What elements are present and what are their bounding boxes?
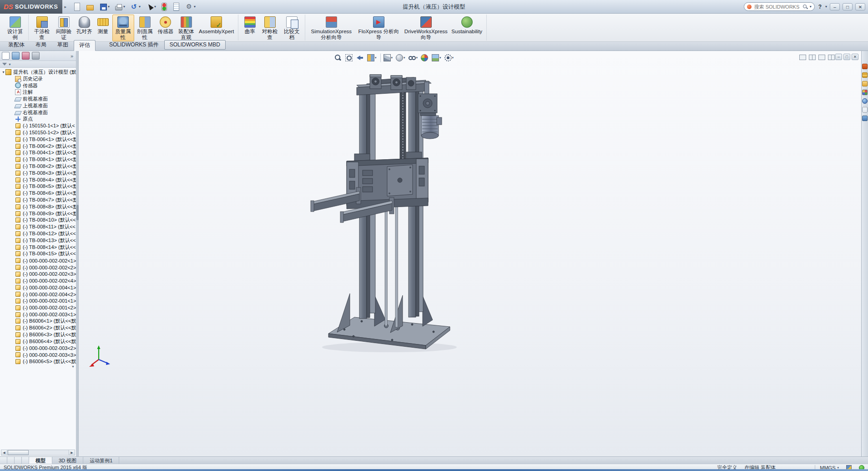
ribbon-button[interactable]: 传感器 — [156, 15, 176, 35]
dropdown-caret-icon[interactable]: ▾ — [439, 56, 441, 60]
quick-access-button[interactable]: ▾ — [114, 2, 126, 11]
manager-tab-icon[interactable] — [32, 52, 40, 60]
commandmanager-tab[interactable]: 评估 — [74, 40, 96, 51]
tree-item[interactable]: (-) TB-008<11> (默认<< — [0, 223, 76, 230]
ribbon-button[interactable]: 剖面属性 — [134, 15, 156, 41]
search-input[interactable] — [753, 4, 801, 10]
menu-expand-arrow-icon[interactable]: ▸ — [64, 5, 66, 9]
ribbon-button[interactable]: Sustainability — [449, 15, 484, 35]
quick-tips-icon[interactable] — [859, 465, 864, 471]
dropdown-caret-icon[interactable]: ▾ — [108, 5, 110, 9]
task-pane-icon[interactable] — [862, 64, 868, 69]
scroll-left-icon[interactable]: ◀ — [1, 450, 7, 455]
commandmanager-tab[interactable]: 装配体 — [3, 40, 30, 51]
tree-item[interactable]: (-) TB-006<1> (默认<<默 — [0, 136, 76, 143]
ribbon-button[interactable]: 孔对齐 — [75, 15, 94, 35]
view-tool-button[interactable]: ▾ — [395, 53, 406, 62]
unit-caret-icon[interactable]: ▾ — [837, 466, 839, 470]
task-pane-icon[interactable] — [862, 81, 868, 86]
help-button[interactable]: ? — [818, 4, 823, 10]
tree-item[interactable]: (-) TB-008<12> (默认<< — [0, 230, 76, 237]
quick-access-button[interactable]: ▾ — [99, 2, 111, 11]
ribbon-button[interactable]: SimulationXpress 分析向导 — [308, 15, 355, 41]
viewport-split-button[interactable] — [799, 55, 806, 60]
tree-item[interactable]: 传感器 — [0, 82, 76, 89]
tree-item[interactable]: (-) 150150-1<2> (默认< — [0, 129, 76, 136]
tree-item[interactable]: 右视基准面 — [0, 109, 76, 116]
tree-item[interactable]: 历史记录 — [0, 76, 76, 82]
quick-access-button[interactable]: ▾ — [129, 2, 142, 12]
ribbon-button[interactable]: 比较文档 — [281, 15, 303, 41]
manager-tab-icon[interactable] — [12, 52, 20, 60]
task-pane-icon[interactable] — [862, 116, 868, 121]
manager-overflow-chevron-icon[interactable]: » — [71, 53, 74, 59]
ribbon-button[interactable]: 质量属性 — [112, 15, 134, 41]
help-search-box[interactable]: ▾ — [744, 2, 815, 11]
tab-nav-arrow-icon[interactable] — [0, 457, 7, 464]
dropdown-caret-icon[interactable]: ▾ — [154, 5, 156, 9]
commandmanager-tab[interactable]: 布局 — [30, 40, 52, 51]
tree-item[interactable]: (-) TB-008<9> (默认<<默 — [0, 210, 76, 217]
quick-access-button[interactable] — [172, 1, 182, 12]
filter-caret-icon[interactable]: ▼ — [8, 63, 11, 66]
tree-item[interactable]: 前视基准面 — [0, 96, 76, 102]
tree-item[interactable]: (-) 000-000-002-003<2> — [0, 345, 76, 352]
tree-item[interactable]: (-) 000-000-002-001<1> — [0, 298, 76, 304]
dropdown-caret-icon[interactable]: ▾ — [123, 5, 125, 9]
scroll-right-icon[interactable]: ▶ — [69, 450, 75, 455]
quick-access-button[interactable] — [73, 1, 82, 12]
scrollbar-thumb[interactable] — [8, 450, 29, 455]
tab-nav-arrow-icon[interactable] — [15, 457, 22, 464]
dropdown-caret-icon[interactable]: ▾ — [452, 56, 454, 60]
ribbon-button[interactable]: 曲率 — [241, 15, 259, 35]
tree-item[interactable]: (-) TB-008<7> (默认<<默 — [0, 197, 76, 203]
dropdown-caret-icon[interactable]: ▾ — [416, 56, 418, 60]
tree-item[interactable]: (-) 000-000-002-004<1> — [0, 284, 76, 291]
view-tool-button[interactable]: ▾ — [431, 53, 442, 62]
document-restore-button[interactable]: □ — [843, 54, 850, 60]
tree-item[interactable]: (-) 000-000-002-002<1> — [0, 257, 76, 264]
document-close-button[interactable]: ✕ — [852, 54, 858, 60]
task-pane-icon[interactable] — [862, 98, 868, 104]
viewport-split-button[interactable] — [818, 55, 825, 60]
viewport-split-button[interactable] — [809, 55, 816, 60]
tree-item[interactable]: (-) TB-008<1> (默认<<默 — [0, 156, 76, 163]
minimize-button[interactable]: – — [830, 3, 840, 10]
search-icon[interactable] — [802, 4, 808, 10]
tree-item[interactable]: (-) 000-000-002-003<3> — [0, 351, 76, 358]
task-pane-icon[interactable] — [862, 107, 868, 112]
dropdown-caret-icon[interactable]: ▾ — [391, 56, 393, 60]
unit-system-selector[interactable]: MMGS ▾ — [815, 465, 839, 471]
tree-expander-icon[interactable]: ▾ — [1, 70, 5, 74]
tab-nav-arrow-icon[interactable] — [7, 457, 15, 464]
commandmanager-tab[interactable]: 草图 — [52, 40, 74, 51]
tree-item[interactable]: (-) TB-008<2> (默认<<默 — [0, 163, 76, 170]
help-dropdown-caret-icon[interactable]: ▾ — [825, 5, 827, 9]
document-tab[interactable]: 模型 — [29, 457, 52, 464]
dropdown-caret-icon[interactable]: ▾ — [375, 56, 377, 60]
tree-item[interactable]: (-) B6006<2> (默认<<默 — [0, 324, 76, 331]
view-tool-button[interactable]: ▾ — [444, 53, 455, 62]
close-button[interactable]: ✕ — [855, 3, 865, 10]
tree-item[interactable]: (-) TB-008<14> (默认<< — [0, 244, 76, 251]
quick-access-button[interactable] — [85, 2, 96, 11]
maximize-button[interactable]: □ — [843, 3, 853, 10]
ribbon-button[interactable]: 设计算例 — [4, 15, 26, 41]
tree-item[interactable]: (-) 000-000-002-003<1> — [0, 311, 76, 318]
tree-item[interactable]: (-) TB-006<2> (默认<<默 — [0, 143, 76, 150]
tree-horizontal-scrollbar[interactable]: ◀ ▶ — [1, 450, 75, 456]
ribbon-button[interactable]: 对称检查 — [259, 15, 281, 41]
tree-item[interactable]: (-) B6006<3> (默认<<默 — [0, 331, 76, 338]
ribbon-button[interactable]: AssemblyXpert — [197, 15, 236, 35]
search-dropdown-caret-icon[interactable]: ▾ — [810, 5, 812, 9]
tree-item[interactable]: (-) B6006<4> (默认<<默 — [0, 338, 76, 345]
document-minimize-button[interactable]: – — [835, 54, 842, 60]
commandmanager-tab[interactable]: SOLIDWORKS 插件 — [104, 40, 164, 51]
tree-item[interactable]: (-) TB-008<5> (默认<<默 — [0, 183, 76, 190]
tree-item[interactable]: (-) TB-008<3> (默认<<默 — [0, 170, 76, 177]
dropdown-caret-icon[interactable]: ▾ — [404, 56, 405, 60]
quick-access-button[interactable]: ▾ — [145, 2, 157, 12]
document-tab[interactable]: 运动算例1 — [83, 457, 119, 464]
dropdown-caret-icon[interactable]: ▾ — [194, 5, 196, 9]
tree-item[interactable]: (-) TB-008<4> (默认<<默 — [0, 177, 76, 183]
